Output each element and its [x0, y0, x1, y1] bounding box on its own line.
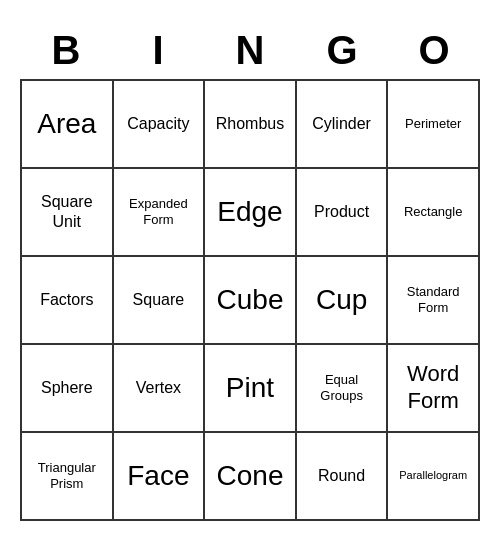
bingo-cell: Round: [297, 433, 389, 521]
cell-text: Face: [127, 459, 189, 493]
bingo-cell: Rectangle: [388, 169, 480, 257]
bingo-cell: Cone: [205, 433, 297, 521]
bingo-cell: WordForm: [388, 345, 480, 433]
bingo-grid: AreaCapacityRhombusCylinderPerimeterSqua…: [20, 79, 480, 521]
bingo-cell: Perimeter: [388, 81, 480, 169]
cell-text: Edge: [217, 195, 282, 229]
cell-text: Perimeter: [405, 116, 461, 132]
cell-text: Vertex: [136, 378, 181, 397]
bingo-cell: Edge: [205, 169, 297, 257]
cell-text: TriangularPrism: [38, 460, 96, 491]
bingo-cell: Product: [297, 169, 389, 257]
cell-text: EqualGroups: [320, 372, 363, 403]
cell-text: Product: [314, 202, 369, 221]
bingo-card: BINGO AreaCapacityRhombusCylinderPerimet…: [20, 24, 480, 521]
bingo-cell: TriangularPrism: [22, 433, 114, 521]
bingo-cell: Cube: [205, 257, 297, 345]
cell-text: Sphere: [41, 378, 93, 397]
cell-text: Rhombus: [216, 114, 284, 133]
bingo-cell: Pint: [205, 345, 297, 433]
bingo-cell: StandardForm: [388, 257, 480, 345]
bingo-cell: Square: [114, 257, 206, 345]
bingo-cell: Capacity: [114, 81, 206, 169]
cell-text: SquareUnit: [41, 192, 93, 230]
bingo-cell: Cylinder: [297, 81, 389, 169]
cell-text: Pint: [226, 371, 274, 405]
header-letter: O: [388, 24, 480, 77]
cell-text: Cube: [217, 283, 284, 317]
bingo-cell: Vertex: [114, 345, 206, 433]
cell-text: Round: [318, 466, 365, 485]
cell-text: Capacity: [127, 114, 189, 133]
cell-text: Cylinder: [312, 114, 371, 133]
header-letter: B: [20, 24, 112, 77]
cell-text: Cone: [217, 459, 284, 493]
header-letter: G: [296, 24, 388, 77]
header-letter: I: [112, 24, 204, 77]
cell-text: WordForm: [407, 361, 459, 414]
bingo-cell: EqualGroups: [297, 345, 389, 433]
cell-text: StandardForm: [407, 284, 460, 315]
bingo-cell: Sphere: [22, 345, 114, 433]
header-letter: N: [204, 24, 296, 77]
bingo-cell: Cup: [297, 257, 389, 345]
bingo-cell: Area: [22, 81, 114, 169]
bingo-cell: ExpandedForm: [114, 169, 206, 257]
cell-text: ExpandedForm: [129, 196, 188, 227]
bingo-cell: Rhombus: [205, 81, 297, 169]
cell-text: Cup: [316, 283, 367, 317]
cell-text: Square: [133, 290, 185, 309]
bingo-cell: Parallelogram: [388, 433, 480, 521]
bingo-cell: Face: [114, 433, 206, 521]
cell-text: Factors: [40, 290, 93, 309]
cell-text: Rectangle: [404, 204, 463, 220]
bingo-header: BINGO: [20, 24, 480, 77]
bingo-cell: Factors: [22, 257, 114, 345]
bingo-cell: SquareUnit: [22, 169, 114, 257]
cell-text: Area: [37, 107, 96, 141]
cell-text: Parallelogram: [399, 469, 467, 482]
